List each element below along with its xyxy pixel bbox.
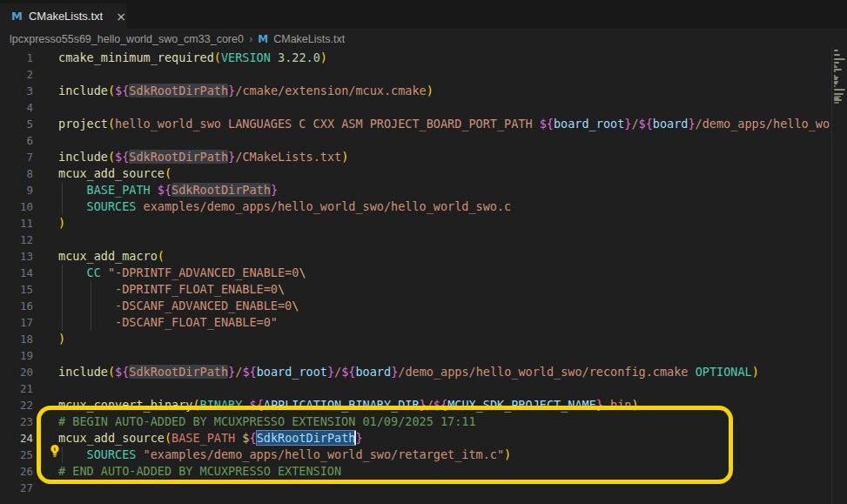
code-text: cmake_minimum_required(VERSION 3.22.0)	[58, 50, 327, 66]
code-text: )	[58, 331, 65, 347]
line-number: 13	[0, 248, 33, 265]
line-number: 1	[0, 50, 33, 66]
lightbulb-icon[interactable]	[48, 444, 62, 458]
code-line[interactable]: 6	[0, 132, 832, 149]
line-number: 5	[0, 116, 33, 132]
code-text: -DSCANF_ADVANCED_ENABLE=0\	[58, 298, 299, 314]
line-number: 25	[0, 447, 33, 463]
cmake-file-icon: M	[11, 10, 23, 23]
minimap-line	[834, 66, 837, 68]
code-text: include(${SdkRootDirPath}/CMakeLists.txt…	[58, 149, 348, 165]
vscode-window: M CMakeLists.txt × lpcxpresso55s69_hello…	[0, 0, 847, 504]
breadcrumb-folder[interactable]: lpcxpresso55s69_hello_world_swo_cm33_cor…	[10, 33, 244, 45]
code-line[interactable]: 9 BASE_PATH ${SdkRootDirPath}	[0, 182, 832, 198]
line-number: 24	[0, 430, 33, 447]
code-text: mcux_add_source(BASE_PATH ${SdkRootDirPa…	[58, 430, 363, 447]
code-text: include(${SdkRootDirPath}/${board_root}/…	[58, 364, 759, 380]
minimap[interactable]	[831, 48, 847, 504]
code-lines[interactable]: 1cmake_minimum_required(VERSION 3.22.0)2…	[0, 50, 832, 496]
line-number: 23	[0, 413, 33, 430]
line-number: 22	[0, 397, 33, 413]
cmake-file-icon: M	[258, 33, 268, 45]
code-text: # BEGIN AUTO-ADDED BY MCUXPRESSO EXTENSI…	[58, 413, 476, 430]
code-text: SOURCES examples/demo_apps/hello_world_s…	[58, 198, 511, 215]
line-number: 9	[0, 182, 33, 198]
minimap-line	[834, 83, 837, 84]
breadcrumb-file[interactable]: CMakeLists.txt	[273, 33, 345, 45]
code-text: # END AUTO-ADDED BY MCUXPRESSO EXTENSION	[58, 463, 341, 480]
code-text: SOURCES "examples/demo_apps/hello_world_…	[58, 447, 511, 463]
code-line[interactable]: 11)	[0, 215, 832, 232]
code-text: mcux_convert_binary(BINARY ${APPLICATION…	[58, 397, 639, 413]
line-number: 20	[0, 364, 33, 380]
line-number: 11	[0, 215, 33, 232]
line-number: 12	[0, 232, 33, 248]
code-line[interactable]: 23# BEGIN AUTO-ADDED BY MCUXPRESSO EXTEN…	[0, 413, 832, 430]
minimap-line	[834, 56, 847, 57]
tab-label: CMakeLists.txt	[29, 10, 103, 23]
code-line[interactable]: 27	[0, 480, 832, 496]
code-text: -DSCANF_FLOAT_ENABLE=0"	[58, 314, 278, 331]
minimap-line	[834, 93, 844, 95]
line-number: 19	[0, 347, 33, 364]
line-number: 17	[0, 314, 33, 331]
code-line[interactable]: 10 SOURCES examples/demo_apps/hello_worl…	[0, 198, 832, 215]
line-number: 18	[0, 331, 33, 347]
code-line[interactable]: 12	[0, 232, 832, 248]
code-line[interactable]: 25 SOURCES "examples/demo_apps/hello_wor…	[0, 447, 832, 463]
line-number: 27	[0, 480, 33, 496]
code-line[interactable]: 21	[0, 380, 832, 397]
minimap-line	[834, 72, 847, 74]
code-line[interactable]: 1cmake_minimum_required(VERSION 3.22.0)	[0, 50, 832, 66]
code-line[interactable]: 24mcux_add_source(BASE_PATH ${SdkRootDir…	[0, 430, 832, 447]
line-number: 8	[0, 165, 33, 182]
line-number: 2	[0, 66, 33, 83]
code-line[interactable]: 13mcux_add_macro(	[0, 248, 832, 265]
line-number: 14	[0, 265, 33, 281]
code-text: BASE_PATH ${SdkRootDirPath}	[58, 182, 278, 198]
line-number: 16	[0, 298, 33, 314]
code-line[interactable]: 18)	[0, 331, 832, 347]
code-text: )	[58, 215, 65, 232]
minimap-line	[834, 104, 847, 105]
code-line[interactable]: 5project(hello_world_swo LANGUAGES C CXX…	[0, 116, 832, 132]
line-number: 21	[0, 380, 33, 397]
line-number: 15	[0, 281, 33, 298]
code-text: project(hello_world_swo LANGUAGES C CXX …	[58, 116, 832, 132]
line-number: 4	[0, 99, 33, 116]
tab-cmakelists[interactable]: M CMakeLists.txt ×	[0, 3, 127, 29]
code-line[interactable]: 3include(${SdkRootDirPath}/cmake/extensi…	[0, 83, 832, 99]
code-text: CC "-DPRINTF_ADVANCED_ENABLE=0\	[58, 265, 306, 281]
breadcrumb: lpcxpresso55s69_hello_world_swo_cm33_cor…	[0, 29, 847, 49]
code-line[interactable]: 2	[0, 66, 832, 83]
line-number: 7	[0, 149, 33, 165]
code-line[interactable]: 17 -DSCANF_FLOAT_ENABLE=0"	[0, 314, 832, 331]
code-line[interactable]: 19	[0, 347, 832, 364]
chevron-right-icon: ›	[249, 32, 252, 45]
code-line[interactable]: 22mcux_convert_binary(BINARY ${APPLICATI…	[0, 397, 832, 413]
tab-close-icon[interactable]: ×	[116, 10, 126, 24]
code-line[interactable]: 26# END AUTO-ADDED BY MCUXPRESSO EXTENSI…	[0, 463, 832, 480]
code-text: -DPRINTF_FLOAT_ENABLE=0\	[58, 281, 285, 298]
line-number: 6	[0, 132, 33, 149]
line-number: 3	[0, 83, 33, 99]
code-text: include(${SdkRootDirPath}/cmake/extensio…	[58, 83, 434, 99]
code-line[interactable]: 15 -DPRINTF_FLOAT_ENABLE=0\	[0, 281, 832, 298]
code-line[interactable]: 16 -DSCANF_ADVANCED_ENABLE=0\	[0, 298, 832, 314]
code-line[interactable]: 20include(${SdkRootDirPath}/${board_root…	[0, 364, 832, 380]
tab-bar: M CMakeLists.txt ×	[0, 0, 847, 29]
code-editor[interactable]: 1cmake_minimum_required(VERSION 3.22.0)2…	[0, 48, 847, 504]
code-line[interactable]: 7include(${SdkRootDirPath}/CMakeLists.tx…	[0, 149, 832, 165]
code-text: mcux_add_macro(	[58, 248, 165, 265]
code-line[interactable]: 4	[0, 99, 832, 116]
code-line[interactable]: 14 CC "-DPRINTF_ADVANCED_ENABLE=0\	[0, 265, 832, 281]
line-number: 10	[0, 198, 33, 215]
code-line[interactable]: 8mcux_add_source(	[0, 165, 832, 182]
code-text: mcux_add_source(	[58, 165, 171, 182]
line-number: 26	[0, 463, 33, 480]
